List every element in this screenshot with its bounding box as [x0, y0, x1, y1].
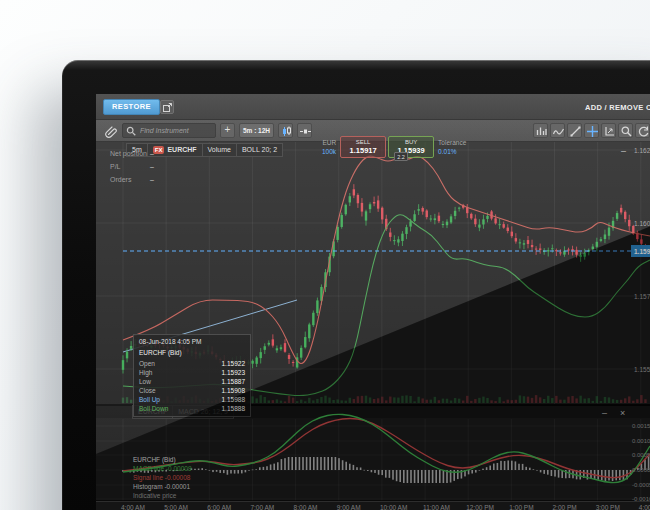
price-axis-label: 1.1600 [634, 220, 650, 227]
svg-text:1.1594: 1.1594 [634, 248, 650, 255]
macd-axis-label: 0.0010 [632, 438, 650, 444]
order-ticket: 2.2 EUR 100k SELL 1.15917 BUY 1.15939 To… [322, 136, 469, 162]
macd-close-icon[interactable]: × [620, 409, 625, 418]
time-axis-label: 1:00 PM [509, 504, 533, 510]
time-axis-label: 6:00 AM [207, 504, 231, 510]
tooltip-datetime: 08-Jun-2018 4:05 PM [139, 338, 245, 345]
macd-axis-label: 0.0015 [632, 423, 650, 429]
time-axis-label: 4:00 AM [121, 504, 145, 510]
tooltip-row: Close1.15908 [139, 386, 245, 395]
macd-legend-row: Histogram -0.00001 [133, 482, 192, 491]
tooltip-row: Open1.15922 [139, 359, 245, 368]
time-axis-label: 12:00 PM [466, 504, 494, 510]
tolerance-control[interactable]: Tolerance 0.01% [435, 136, 469, 156]
sell-button[interactable]: SELL 1.15917 [340, 136, 386, 158]
macd-axis-label: 0.0000 [632, 467, 650, 473]
tooltip-title: EURCHF (Bid) [139, 349, 245, 356]
tab-boll-indicator[interactable]: BOLL 20; 2 [236, 143, 283, 157]
tooltip-row: Boll Up1.15988 [139, 395, 245, 404]
time-axis-label: 5:00 AM [164, 504, 188, 510]
position-panel: Net position–P/L–Orders– [110, 150, 180, 189]
macd-axis-label: 0.0005 [632, 452, 650, 458]
spread-badge: 2.2 [394, 152, 408, 161]
position-row: Net position– [110, 150, 180, 163]
time-axis-label: 7:00 AM [250, 504, 274, 510]
price-axis-label: 1.1625 [634, 147, 650, 154]
time-axis-label: 3:00 PM [596, 504, 620, 510]
screen: RESTORE ADD / REMOVE CHARTS + 5m : 12H [96, 94, 650, 510]
macd-axis-label: -0.0005 [632, 482, 650, 488]
macd-legend-row: Signal line -0.00008 [133, 473, 192, 482]
tooltip-row: Boll Down1.15888 [139, 404, 245, 413]
macd-legend-row: MACD line -0.00009 [133, 464, 192, 473]
position-row: P/L– [110, 163, 180, 176]
position-row: Orders– [110, 176, 180, 189]
time-axis: 4:00 AM5:00 AM6:00 AM7:00 AM8:00 AM9:00 … [96, 501, 650, 510]
boll-upper-line [123, 156, 650, 363]
chart-minimize-icon[interactable]: – [621, 147, 626, 156]
time-axis-label: 11:00 AM [423, 504, 450, 510]
monitor-bezel: RESTORE ADD / REMOVE CHARTS + 5m : 12H [62, 60, 650, 510]
ticket-amount[interactable]: EUR 100k [322, 136, 339, 156]
macd-legend-title: EURCHF (Bid) [133, 455, 192, 464]
chart-root: 1.16251.16001.15751.15501.15940.00150.00… [96, 94, 650, 510]
price-axis-label: 1.1575 [634, 293, 650, 300]
tooltip-row: Low1.15887 [139, 377, 245, 386]
ohlc-tooltip: 08-Jun-2018 4:05 PM EURCHF (Bid) Open1.1… [133, 334, 251, 417]
macd-legend: EURCHF (Bid)MACD line -0.00009Signal lin… [133, 455, 192, 500]
time-axis-label: 4:00 PM [639, 504, 650, 510]
macd-minimize-icon[interactable]: – [602, 409, 607, 418]
tab-volume-indicator[interactable]: Volume [202, 143, 237, 157]
macd-legend-footer: Indicative price [133, 491, 192, 500]
time-axis-label: 10:00 AM [380, 504, 407, 510]
time-axis-label: 2:00 PM [553, 504, 577, 510]
time-axis-label: 8:00 AM [294, 504, 318, 510]
price-axis-label: 1.1550 [634, 366, 650, 373]
time-axis-label: 9:00 AM [337, 504, 361, 510]
tooltip-row: High1.15923 [139, 368, 245, 377]
